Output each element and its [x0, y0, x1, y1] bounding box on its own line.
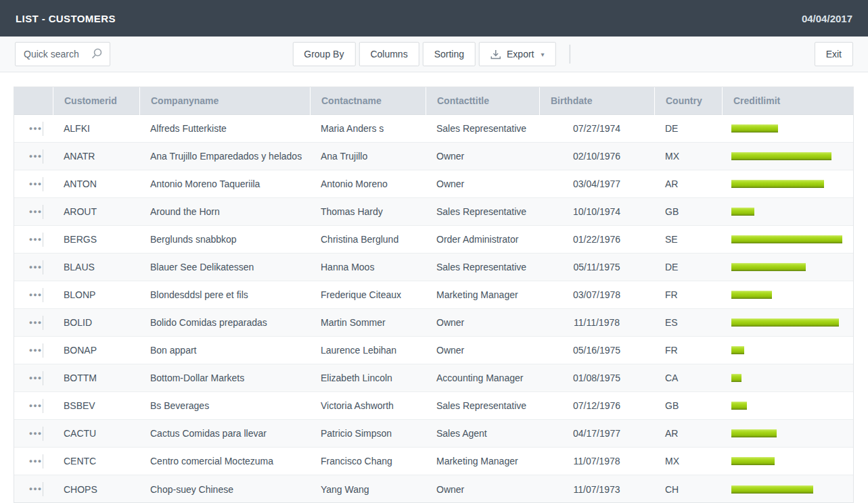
exit-button[interactable]: Exit	[815, 42, 853, 66]
table-row[interactable]: ●●● ALFKI Alfreds Futterkiste Maria Ande…	[14, 115, 853, 143]
column-header-companyname[interactable]: Companyname	[139, 87, 310, 115]
table-row[interactable]: ●●● AROUT Around the Horn Thomas Hardy S…	[14, 198, 853, 226]
content-area: CustomeridCompanynameContactnameContactt…	[0, 72, 868, 503]
toolbar: Group By Columns Sorting Export ▾ Exit	[0, 37, 868, 72]
cell-contacttitle: Accounting Manager	[426, 373, 539, 383]
download-icon	[490, 49, 501, 59]
credit-limit-bar	[731, 457, 775, 465]
credit-limit-bar	[731, 152, 831, 160]
cell-companyname: Blondesddsl pere et fils	[139, 289, 310, 300]
table-row[interactable]: ●●● ANTON Antonio Moreno Taqueriila Anto…	[14, 170, 853, 198]
table-row[interactable]: ●●● CENTC Centro comercial Moctezuma Fra…	[14, 448, 853, 475]
row-menu-icon[interactable]: ●●●	[26, 288, 45, 302]
column-header-creditlimit[interactable]: Creditlimit	[722, 87, 853, 115]
cell-country: SE	[654, 234, 722, 245]
group-by-label: Group By	[304, 49, 344, 59]
table-row[interactable]: ●●● BERGS Berglunds snabbkop Christina B…	[14, 226, 853, 254]
column-header-birthdate[interactable]: Birthdate	[539, 87, 654, 115]
group-by-button[interactable]: Group By	[292, 42, 355, 66]
row-menu-cell: ●●●	[14, 170, 53, 197]
cell-customerid: ALFKI	[53, 123, 139, 134]
row-menu-icon[interactable]: ●●●	[26, 233, 45, 247]
cell-country: CA	[654, 373, 722, 383]
cell-creditlimit	[722, 429, 853, 437]
cell-customerid: CHOPS	[53, 484, 139, 495]
cell-contacttitle: Marketing Manager	[426, 456, 539, 466]
cell-contacttitle: Sales Agent	[426, 428, 539, 439]
cell-contactname: Ana Trujillo	[310, 151, 426, 162]
row-menu-cell: ●●●	[14, 281, 53, 308]
cell-creditlimit	[722, 318, 853, 327]
cell-creditlimit	[722, 374, 853, 382]
export-button[interactable]: Export ▾	[479, 42, 556, 66]
column-header-country[interactable]: Country	[654, 87, 722, 115]
sorting-button[interactable]: Sorting	[423, 42, 476, 66]
table-row[interactable]: ●●● BOTTM Bottom-Dollar Markets Elizabet…	[14, 364, 853, 392]
cell-contacttitle: Sales Representative	[426, 206, 539, 217]
row-menu-icon[interactable]: ●●●	[26, 177, 45, 191]
table-row[interactable]: ●●● BSBEV Bs Beverages Victoria Ashworth…	[14, 392, 853, 420]
row-menu-icon[interactable]: ●●●	[26, 122, 45, 136]
row-menu-icon[interactable]: ●●●	[26, 316, 45, 330]
cell-contactname: Yang Wang	[310, 484, 426, 495]
columns-label: Columns	[370, 49, 407, 59]
row-menu-cell: ●●●	[14, 198, 53, 225]
row-menu-icon[interactable]: ●●●	[26, 205, 45, 219]
cell-country: GB	[654, 400, 722, 411]
row-menu-icon[interactable]: ●●●	[26, 260, 45, 274]
row-menu-icon[interactable]: ●●●	[26, 482, 45, 496]
cell-companyname: Bon appart	[139, 345, 310, 356]
row-menu-icon[interactable]: ●●●	[26, 343, 45, 358]
credit-limit-bar	[731, 124, 778, 133]
row-menu-cell: ●●●	[14, 143, 53, 170]
columns-button[interactable]: Columns	[359, 42, 419, 66]
row-menu-icon[interactable]: ●●●	[26, 149, 45, 164]
cell-birthdate: 11/11/1978	[539, 317, 654, 328]
row-menu-cell: ●●●	[14, 475, 53, 503]
credit-limit-bar	[731, 429, 777, 437]
export-label: Export	[507, 49, 534, 59]
cell-companyname: Cactus Comidas para llevar	[139, 428, 310, 439]
table-row[interactable]: ●●● CHOPS Chop-suey Chinese Yang Wang Ow…	[14, 475, 853, 503]
cell-creditlimit	[722, 291, 853, 299]
cell-customerid: AROUT	[53, 206, 139, 217]
cell-companyname: Bottom-Dollar Markets	[139, 373, 310, 383]
cell-birthdate: 05/11/1975	[539, 262, 654, 272]
cell-customerid: BONAP	[53, 345, 139, 356]
row-menu-icon[interactable]: ●●●	[26, 371, 45, 385]
cell-country: AR	[654, 428, 722, 439]
column-header-contacttitle[interactable]: Contacttitle	[426, 87, 539, 115]
row-menu-cell: ●●●	[14, 364, 53, 391]
credit-limit-bar	[731, 346, 744, 354]
table-row[interactable]: ●●● ANATR Ana Trujillo Emparedados y hel…	[14, 143, 853, 170]
cell-companyname: Bs Beverages	[139, 400, 310, 411]
table-row[interactable]: ●●● BOLID Bolido Comidas preparadas Mart…	[14, 309, 853, 337]
table-row[interactable]: ●●● BLAUS Blauer See Delikatessen Hanna …	[14, 254, 853, 281]
credit-limit-bar	[731, 180, 824, 188]
cell-birthdate: 04/17/1977	[539, 428, 654, 439]
exit-label: Exit	[826, 49, 842, 59]
search-icon[interactable]	[91, 48, 103, 59]
credit-limit-bar	[731, 485, 813, 494]
cell-contactname: Elizabeth Lincoln	[310, 373, 426, 383]
table-row[interactable]: ●●● BLONP Blondesddsl pere et fils Frede…	[14, 281, 853, 309]
cell-companyname: Berglunds snabbkop	[139, 234, 310, 245]
column-header-customerid[interactable]: Customerid	[53, 87, 139, 115]
row-menu-icon[interactable]: ●●●	[26, 454, 45, 469]
row-menu-icon[interactable]: ●●●	[26, 427, 45, 441]
toolbar-center-group: Group By Columns Sorting Export ▾	[292, 42, 570, 66]
table-header-row: CustomeridCompanynameContactnameContactt…	[14, 87, 853, 115]
cell-companyname: Alfreds Futterkiste	[139, 123, 310, 134]
cell-contacttitle: Sales Representative	[426, 123, 539, 134]
cell-customerid: BERGS	[53, 234, 139, 245]
cell-country: DE	[654, 123, 722, 134]
column-header-contactname[interactable]: Contactname	[310, 87, 426, 115]
row-menu-icon[interactable]: ●●●	[26, 399, 45, 413]
table-row[interactable]: ●●● BONAP Bon appart Laurence Lebihan Ow…	[14, 337, 853, 364]
cell-companyname: Around the Horn	[139, 206, 310, 217]
cell-companyname: Ana Trujillo Emparedados y helados	[139, 151, 310, 162]
cell-country: DE	[654, 262, 722, 272]
cell-creditlimit	[722, 263, 853, 271]
table-row[interactable]: ●●● CACTU Cactus Comidas para llevar Pat…	[14, 420, 853, 448]
cell-contactname: Francisco Chang	[310, 456, 426, 466]
